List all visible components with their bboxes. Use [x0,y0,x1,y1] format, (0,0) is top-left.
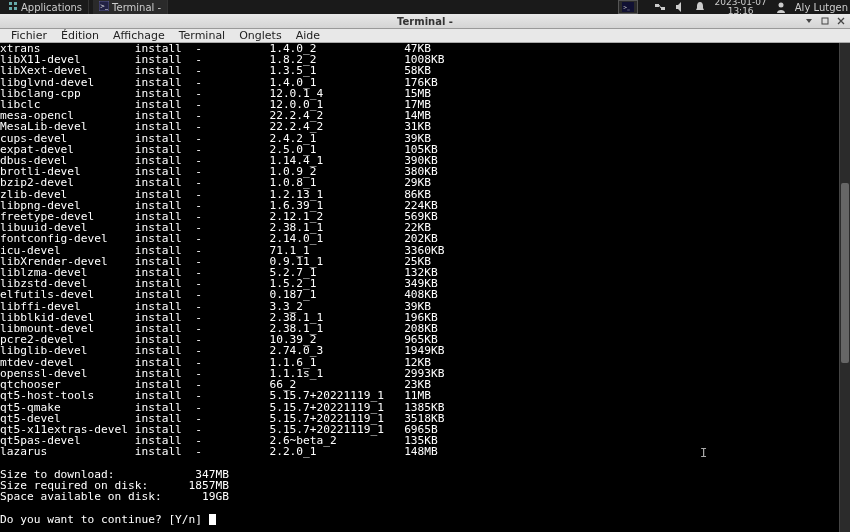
network-icon[interactable] [654,1,666,13]
taskbar-window-preview[interactable]: >_ [618,0,638,14]
svg-rect-0 [9,2,12,5]
terminal-output[interactable]: xtrans install - 1.4.0_2 47KB libX11-dev… [0,43,838,532]
menu-edition[interactable]: Édition [54,29,106,42]
scrollbar-thumb[interactable] [841,183,849,363]
window-title: Terminal - [0,16,850,27]
taskbar-label: Terminal - [112,2,161,13]
text-cursor-icon: I [700,446,707,460]
maximize-button[interactable] [818,15,832,27]
window-titlebar[interactable]: Terminal - [0,14,850,29]
notification-icon[interactable] [694,1,706,13]
menu-aide[interactable]: Aide [289,29,327,42]
applications-menu[interactable]: Applications [2,0,89,14]
svg-point-10 [778,3,783,8]
svg-text:>_: >_ [623,4,630,11]
svg-rect-9 [661,7,665,10]
user-label[interactable]: Aly Lutgen [795,2,848,13]
minimize-button[interactable] [802,15,816,27]
svg-rect-1 [14,2,17,5]
menubar: Fichier Édition Affichage Terminal Ongle… [0,29,850,43]
audio-icon[interactable] [674,1,686,13]
user-avatar[interactable] [775,1,787,13]
menu-affichage[interactable]: Affichage [106,29,172,42]
close-button[interactable] [834,15,848,27]
system-panel: Applications >_ Terminal - >_ 2023-01-07… [0,0,850,14]
svg-rect-2 [9,7,12,10]
menu-fichier[interactable]: Fichier [4,29,54,42]
applications-label: Applications [21,2,82,13]
scrollbar[interactable] [839,43,850,532]
taskbar-terminal[interactable]: >_ Terminal - [93,0,168,14]
apps-icon [8,1,18,13]
menu-terminal[interactable]: Terminal [172,29,233,42]
svg-rect-8 [655,4,659,7]
terminal-icon: >_ [99,1,109,13]
svg-text:>_: >_ [100,2,109,10]
svg-rect-11 [822,18,828,24]
svg-rect-3 [14,7,17,10]
prompt-cursor [209,514,216,525]
menu-onglets[interactable]: Onglets [232,29,288,42]
